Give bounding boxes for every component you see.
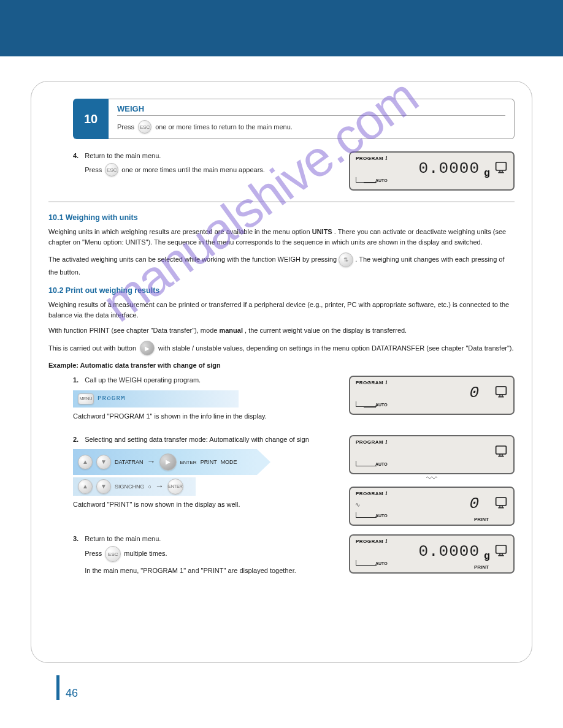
lcd-program-number: 1 [385, 156, 388, 161]
stability-icon [492, 496, 510, 511]
svg-rect-1 [496, 387, 507, 395]
svg-rect-4 [496, 545, 507, 553]
up-arrow-icon: ▲ [78, 479, 93, 494]
para-10-1-b: The activated weighing units can be sele… [48, 252, 515, 278]
lcd-print-label: PRINT [474, 564, 489, 570]
page-footer: 46 [31, 663, 532, 700]
t: PROGRAM [356, 539, 383, 544]
t: This is carried out with button [48, 343, 136, 354]
step1-num: 1. [73, 376, 79, 385]
para-10-1-a: Weighing units in which weighing results… [48, 227, 515, 248]
menu-strip: MENU PRoGRM [73, 390, 239, 408]
section-number: 10 [73, 99, 109, 139]
step4-number: 4. [73, 151, 79, 176]
content-card: 10 WEIGH Press ESC one or more times to … [31, 81, 532, 663]
t: PROGRAM [356, 439, 383, 445]
subhead-10-2: 10.2 Print out weighing results [48, 286, 515, 295]
step1-text: Call up the WEIGH operating program. [85, 376, 201, 385]
band2-seg-a: SIGNCHNG [115, 483, 145, 491]
t: 1 [385, 439, 388, 445]
stability-icon [492, 385, 510, 400]
lcd-program-label: PROGRAM [356, 156, 383, 161]
nav-band-2: ▲ ▼ SIGNCHNG ○ → ENTER [73, 477, 196, 496]
t: The activated weighing units can be sele… [48, 256, 337, 263]
lcd-print-label: PRINT [474, 517, 489, 522]
step3-suffix: multiple times. [124, 549, 167, 558]
t: UNITS [312, 228, 332, 235]
arrow-right-icon: → [147, 456, 156, 468]
t: manual [219, 327, 243, 334]
para-10-2-b: With function PRINT (see chapter "Data t… [48, 325, 515, 336]
lcd-display-4: PROGRAM 1 0.0000 g PRINT AUTO [349, 534, 515, 574]
transition-icon: 〰 [413, 477, 450, 484]
t: AUTO [375, 462, 388, 466]
print-button-icon: ▶ [140, 341, 155, 355]
step2-text: Selecting and setting data transfer mode… [85, 435, 309, 444]
lcd-main-value [356, 445, 508, 460]
divider [48, 202, 515, 202]
t: Weighing units in which weighing results… [48, 228, 310, 235]
stability-icon [492, 445, 510, 460]
step3-num: 3. [73, 534, 79, 581]
t: 1 [385, 539, 388, 544]
bracket-icon [356, 461, 377, 466]
section-sub-prefix: Press [117, 123, 134, 131]
step2-num: 2. [73, 435, 79, 444]
bracket-icon [356, 177, 377, 183]
stability-icon [492, 161, 510, 176]
t: with stable / unstable values, depending… [158, 343, 514, 354]
page-number: 46 [66, 687, 78, 700]
svg-rect-3 [496, 498, 507, 506]
lcd-display-1: PROGRAM 1 0.0000 g AUTO [349, 151, 515, 191]
step4-rest: one or more times until the main menu ap… [121, 165, 265, 175]
para-10-2-help: This is carried out with button ▶ with s… [48, 341, 515, 355]
band-seg-b: PRINT [201, 458, 217, 466]
header-band [0, 0, 563, 56]
nav-band-1: ▲ ▼ DATATRAN → ▶ ENTER PRINT MODE [73, 449, 257, 475]
t: , the current weight value on the displa… [245, 327, 407, 334]
bracket-icon [356, 512, 377, 518]
para-10-2-a: Weighing results of a measurement can be… [48, 300, 515, 320]
step3-text: Return to the main menu. [85, 535, 161, 542]
svg-rect-0 [496, 162, 507, 170]
subhead-10-1: 10.1 Weighing with units [48, 213, 515, 222]
t: AUTO [375, 403, 388, 407]
unit-toggle-icon: ⇅ [339, 252, 353, 267]
lcd-display-2: PROGRAM 1 0 AUTO [349, 376, 515, 415]
arrow-right-icon: → [155, 480, 164, 493]
esc-icon: ESC [105, 163, 118, 176]
lcd-unit: g [484, 550, 490, 561]
t: AUTO [375, 561, 388, 566]
t: With function PRINT (see chapter "Data t… [48, 327, 217, 334]
enter-button-icon: ENTER [167, 479, 183, 495]
bracket-icon [356, 560, 377, 566]
section-title: WEIGH [117, 104, 505, 116]
lcd-display-3b: PROGRAM 1 ∿ 0 PRINT AUTO [349, 487, 515, 526]
step3-press: Press [85, 549, 102, 558]
lcd-unit: g [484, 167, 490, 178]
t: PROGRAM [356, 491, 383, 496]
down-arrow-icon: ▼ [96, 479, 111, 494]
step2-desc: Catchword "PRINT" is now shown in the di… [73, 499, 338, 510]
t: 1 [385, 380, 388, 385]
bracket-icon [356, 401, 377, 407]
enter-label: ENTER [180, 459, 197, 466]
menu-segment-text: PRoGRM [98, 394, 126, 403]
sine-icon: ∿ [355, 501, 360, 508]
step4-line1: Return to the main menu. [85, 152, 161, 159]
menu-button-icon: MENU [78, 393, 94, 404]
esc-icon: ESC [138, 120, 151, 134]
section-header: 10 WEIGH Press ESC one or more times to … [73, 99, 515, 139]
svg-rect-2 [496, 446, 507, 454]
step3-desc: In the main menu, "PROGRAM 1" and "PRINT… [85, 566, 296, 576]
up-arrow-icon: ▲ [78, 455, 93, 469]
lcd-auto: AUTO [375, 178, 388, 183]
down-arrow-icon: ▼ [96, 455, 111, 469]
footer-bar [56, 675, 59, 700]
t: PROGRAM [356, 380, 383, 385]
band-seg-a: DATATRAN [115, 458, 144, 466]
step4-press: Press [85, 165, 102, 175]
lcd-main-value: 0 [356, 385, 508, 400]
enter-play-icon: ▶ [159, 453, 177, 471]
lcd-display-3a: PROGRAM 1 AUTO [349, 435, 515, 474]
